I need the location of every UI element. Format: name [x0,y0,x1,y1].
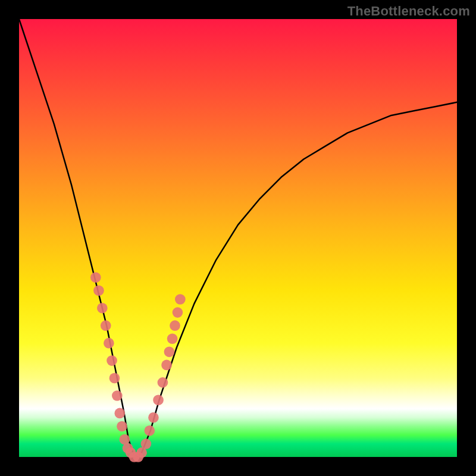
data-marker [170,320,180,331]
data-marker [101,320,111,331]
data-marker [112,390,123,401]
data-marker [164,347,175,358]
data-marker [153,394,164,405]
plot-area [19,19,457,457]
data-marker [104,338,114,349]
data-marker [158,377,168,388]
data-marker [175,294,186,305]
data-marker [148,412,159,423]
watermark-text: TheBottleneck.com [347,4,470,19]
data-marker [161,360,172,371]
bottleneck-curve [19,19,457,457]
data-marker [114,408,125,419]
data-marker [93,285,104,296]
data-marker [97,303,108,314]
chart-frame: TheBottleneck.com [0,0,476,476]
data-marker [141,439,152,449]
data-marker [167,333,178,344]
data-marker [109,373,120,384]
data-marker [117,421,127,432]
data-marker [145,425,155,436]
chart-svg [19,19,457,457]
data-marker [107,355,117,366]
data-marker [90,272,101,283]
data-marker [173,307,183,318]
